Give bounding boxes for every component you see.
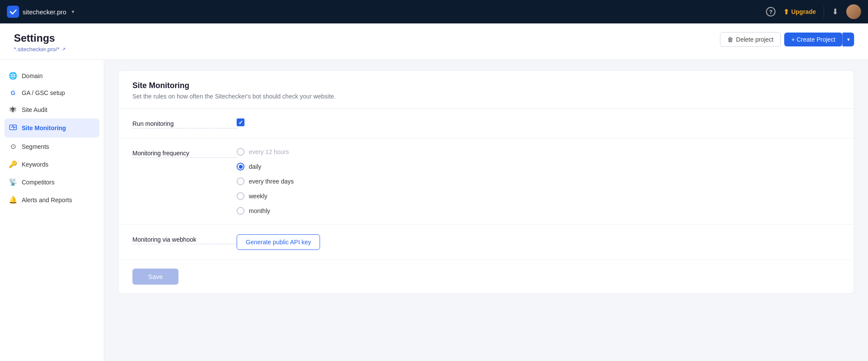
upgrade-icon: ⬆	[783, 8, 789, 16]
sidebar: 🌐 Domain G GA / GSC setup 🕷 Site Audit S…	[0, 60, 104, 361]
sidebar-item-competitors[interactable]: 📡 Competitors	[0, 173, 104, 191]
topnav-divider	[824, 6, 824, 18]
radio-weekly[interactable]	[237, 192, 244, 200]
card-description: Set the rules on how often the Sitecheck…	[132, 93, 840, 100]
radio-monthly[interactable]	[237, 207, 244, 215]
delete-project-label: Delete project	[736, 36, 773, 43]
svg-rect-0	[7, 6, 19, 18]
page-subtitle: *.sitechecker.pro/* ↗	[14, 46, 66, 53]
sidebar-item-alerts-reports-label: Alerts and Reports	[22, 197, 72, 203]
radio-daily-inner	[239, 165, 243, 169]
frequency-label-weekly: weekly	[249, 193, 267, 200]
save-button[interactable]: Save	[132, 269, 178, 285]
create-project-button[interactable]: + Create Project	[784, 33, 842, 46]
sidebar-item-competitors-label: Competitors	[22, 179, 54, 186]
avatar[interactable]	[846, 4, 861, 19]
site-audit-icon: 🕷	[9, 106, 17, 114]
frequency-radio-group: every 12 hours daily	[237, 148, 840, 215]
run-monitoring-control: ✓	[237, 118, 840, 126]
run-monitoring-row: Run monitoring ✓	[119, 109, 854, 138]
sidebar-item-site-monitoring-label: Site Monitoring	[22, 125, 66, 131]
site-selector[interactable]: sitechecker.pro ▾	[7, 6, 74, 18]
upgrade-label: Upgrade	[791, 8, 816, 15]
sidebar-item-ga-gsc-setup[interactable]: G GA / GSC setup	[0, 85, 104, 101]
sitechecker-logo-icon	[7, 6, 19, 18]
frequency-label-monthly: monthly	[249, 207, 270, 214]
sidebar-item-keywords[interactable]: 🔑 Keywords	[0, 155, 104, 173]
sidebar-item-site-monitoring[interactable]: Site Monitoring	[4, 118, 99, 138]
frequency-label-daily: daily	[249, 163, 261, 170]
help-button[interactable]: ?	[766, 7, 776, 17]
topnav: sitechecker.pro ▾ ? ⬆ Upgrade ⬇	[0, 0, 868, 23]
help-icon: ?	[766, 7, 776, 16]
generate-api-key-button[interactable]: Generate public API key	[237, 234, 320, 250]
create-dropdown-icon: ▾	[847, 36, 850, 43]
page-header-right: 🗑 Delete project + Create Project ▾	[720, 32, 854, 47]
radio-every12hours[interactable]	[237, 148, 244, 156]
monitoring-frequency-row: Monitoring frequency every 12 hours	[119, 138, 854, 225]
run-monitoring-label: Run monitoring	[132, 119, 237, 128]
sidebar-item-site-audit[interactable]: 🕷 Site Audit	[0, 101, 104, 118]
frequency-option-every12hours[interactable]: every 12 hours	[237, 148, 840, 156]
layout: 🌐 Domain G GA / GSC setup 🕷 Site Audit S…	[0, 60, 868, 361]
sidebar-item-site-audit-label: Site Audit	[22, 106, 47, 113]
external-link-icon[interactable]: ↗	[62, 46, 66, 52]
frequency-option-weekly[interactable]: weekly	[237, 192, 840, 200]
page-title: Settings	[14, 32, 66, 44]
page-header: Settings *.sitechecker.pro/* ↗ 🗑 Delete …	[0, 23, 868, 60]
site-monitoring-icon	[9, 123, 17, 133]
webhook-row: Monitoring via webhook Generate public A…	[119, 225, 854, 260]
card-header: Site Monitoring Set the rules on how oft…	[119, 71, 854, 109]
create-project-label: + Create Project	[791, 36, 835, 43]
run-monitoring-checkbox-wrapper: ✓	[237, 118, 840, 126]
upgrade-button[interactable]: ⬆ Upgrade	[783, 8, 816, 16]
sidebar-item-segments[interactable]: ⊙ Segments	[0, 138, 104, 155]
site-name: sitechecker.pro	[23, 8, 66, 16]
topnav-right: ? ⬆ Upgrade ⬇	[766, 4, 861, 19]
frequency-label-every3days: every three days	[249, 178, 294, 185]
sidebar-item-domain[interactable]: 🌐 Domain	[0, 67, 104, 85]
delete-project-button[interactable]: 🗑 Delete project	[720, 32, 781, 47]
monitoring-frequency-label: Monitoring frequency	[132, 149, 237, 158]
frequency-option-monthly[interactable]: monthly	[237, 207, 840, 215]
webhook-label: Monitoring via webhook	[132, 235, 237, 244]
main-content: Site Monitoring Set the rules on how oft…	[104, 60, 868, 361]
sidebar-item-keywords-label: Keywords	[22, 161, 48, 168]
keywords-icon: 🔑	[9, 160, 17, 168]
subtitle-text: *.sitechecker.pro/*	[14, 46, 59, 53]
create-project-dropdown[interactable]: ▾	[842, 33, 854, 46]
frequency-option-every3days[interactable]: every three days	[237, 177, 840, 185]
ga-gsc-icon: G	[9, 89, 17, 96]
competitors-icon: 📡	[9, 178, 17, 186]
webhook-control: Generate public API key	[237, 234, 840, 250]
site-selector-chevron-icon: ▾	[72, 9, 74, 15]
sidebar-item-ga-label: GA / GSC setup	[22, 89, 65, 96]
radio-daily[interactable]	[237, 163, 244, 171]
download-button[interactable]: ⬇	[832, 7, 838, 16]
save-section: Save	[119, 260, 854, 293]
save-button-label: Save	[148, 273, 163, 280]
run-monitoring-checkbox[interactable]: ✓	[237, 118, 244, 126]
radio-every3days[interactable]	[237, 177, 244, 185]
generate-api-key-label: Generate public API key	[246, 239, 311, 246]
sidebar-item-segments-label: Segments	[22, 143, 49, 150]
checkmark-icon: ✓	[238, 119, 243, 126]
page-header-left: Settings *.sitechecker.pro/* ↗	[14, 32, 66, 53]
sidebar-item-alerts-reports[interactable]: 🔔 Alerts and Reports	[0, 191, 104, 209]
frequency-option-daily[interactable]: daily	[237, 163, 840, 171]
settings-card: Site Monitoring Set the rules on how oft…	[118, 70, 854, 294]
alerts-reports-icon: 🔔	[9, 196, 17, 204]
frequency-label-every12hours: every 12 hours	[249, 148, 289, 155]
create-project-group: + Create Project ▾	[784, 33, 854, 46]
topnav-left: sitechecker.pro ▾	[7, 6, 74, 18]
download-icon: ⬇	[832, 7, 838, 16]
card-title: Site Monitoring	[132, 81, 840, 90]
domain-icon: 🌐	[9, 72, 17, 80]
sidebar-item-domain-label: Domain	[22, 72, 43, 79]
delete-icon: 🗑	[727, 36, 733, 43]
monitoring-frequency-control: every 12 hours daily	[237, 148, 840, 215]
segments-icon: ⊙	[9, 142, 17, 151]
